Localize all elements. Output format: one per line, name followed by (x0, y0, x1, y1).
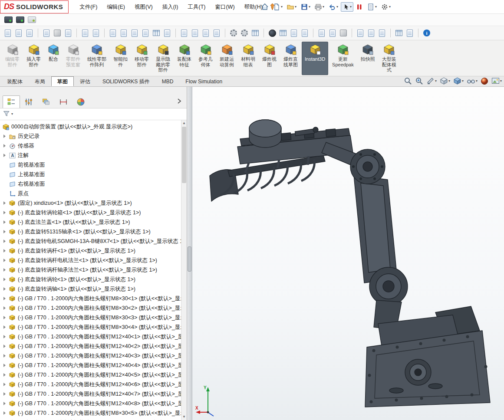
dropdown-caret-icon[interactable]: ▾ (389, 5, 391, 9)
std-tool-icon-2[interactable] (14, 28, 23, 38)
hide-show-items-icon[interactable]: ▾ (467, 78, 478, 84)
ribbon-update-speedpak-button[interactable]: 更新Speedpak (329, 42, 357, 75)
save-icon[interactable]: ▾ (299, 2, 312, 12)
tree-item[interactable]: (-) GB / T70 . 1-2000内六角圆柱头螺钉M12×40<5> (… (0, 370, 181, 380)
ribbon-exploded-view-button[interactable]: 爆炸视图 (259, 42, 280, 75)
tree-item[interactable]: (-) 底盘旋转涡轮箱<1> (默认<<默认>_显示状态 1>) (0, 208, 181, 217)
select-arrow-icon[interactable]: ▾ (341, 2, 353, 12)
expand-arrow[interactable] (3, 325, 9, 329)
tree-root-item[interactable]: 0000自动卸货装置 (默认<<默认>_外观 显示状态>) (0, 122, 181, 131)
expand-arrow[interactable] (3, 392, 9, 396)
dropdown-caret-icon[interactable]: ▾ (462, 79, 464, 83)
expand-arrow[interactable] (3, 411, 9, 415)
apply-scene-icon[interactable]: ▾ (491, 77, 502, 85)
menu-insert[interactable]: 插入(I) (158, 0, 183, 13)
std-tool-icon-6[interactable] (64, 28, 72, 38)
panel-splitter[interactable] (187, 87, 192, 420)
dropdown-caret-icon[interactable]: ▾ (476, 79, 478, 83)
std-tool-icon-13[interactable] (152, 28, 161, 38)
menu-tools[interactable]: 工具(T) (183, 0, 210, 13)
expand-arrow[interactable] (3, 297, 9, 300)
std-tool-icon-12[interactable] (141, 28, 150, 38)
tree-item[interactable]: (-) 底盘旋转涡杆<1> (默认<<默认>_显示状态 1>) (0, 246, 181, 256)
tree-item[interactable]: (-) 底盘旋转涡杆电机法兰<1> (默认<<默认>_显示状态 1>) (0, 256, 181, 265)
tree-item[interactable]: (-) GB / T70 . 1-2000内六角圆柱头螺钉M8×30<3> (默… (0, 313, 181, 322)
screen-capture-icon[interactable] (4, 16, 13, 23)
scroll-up-button[interactable]: ▲ (181, 120, 187, 126)
expand-arrow[interactable] (3, 402, 9, 405)
dropdown-caret-icon[interactable]: ▾ (375, 5, 377, 9)
std-tool-icon-26[interactable] (317, 28, 326, 38)
tree-item[interactable]: (-) GB / T70 . 1-2000内六角圆柱头螺钉M12×40<1> (… (0, 332, 181, 341)
menu-window[interactable]: 窗口(W) (210, 0, 239, 13)
dropdown-caret-icon[interactable]: ▾ (323, 5, 324, 9)
dropdown-caret-icon[interactable]: ▾ (281, 5, 283, 9)
ribbon-smart-fasteners-button[interactable]: 智能扣件 (110, 42, 131, 75)
tree-item[interactable]: (-) GB / T70 . 1-2000内六角圆柱头螺钉M8×30<5> (默… (0, 408, 181, 418)
tab-sketch[interactable]: 草图 (51, 76, 74, 86)
expand-arrow[interactable] (3, 306, 9, 310)
expand-arrow[interactable] (3, 230, 9, 233)
ribbon-instant3d-button[interactable]: Instant3D (302, 42, 328, 75)
propertymanager-tab[interactable] (20, 95, 37, 108)
ribbon-explode-line-sketch-button[interactable]: 爆炸直线草图 (280, 42, 301, 75)
std-tool-icon-18[interactable] (212, 28, 221, 38)
tree-item[interactable]: (-) 底盘旋转51315轴承<1> (默认<<默认>_显示状态 1>) (0, 227, 181, 236)
ribbon-show-hidden-components-button[interactable]: 显示隐藏的零部件 (153, 42, 173, 75)
expand-arrow[interactable] (3, 154, 9, 157)
expand-arrow[interactable] (3, 135, 9, 138)
scrollbar-thumb[interactable] (182, 127, 186, 183)
tab-mbd[interactable]: MBD (156, 76, 180, 86)
dimxpertmanager-tab[interactable] (55, 95, 72, 108)
tree-item[interactable]: (固定) xindizuo<1> (默认<<默认>_显示状态 1>) (0, 198, 181, 208)
std-tool-icon-23[interactable] (279, 28, 287, 38)
expand-arrow[interactable] (3, 316, 9, 319)
ribbon-component-preview-window-button[interactable]: 零部件预览窗 (63, 42, 83, 75)
std-tool-icon-17[interactable] (201, 28, 210, 38)
file-properties-icon[interactable]: ▾ (366, 2, 378, 12)
tree-item[interactable]: (-) 底盘旋转涡轮<1> (默认<<默认>_显示状态 1>) (0, 275, 181, 284)
featuremanager-tab[interactable] (3, 95, 20, 108)
tab-assembly[interactable]: 装配体 (1, 76, 29, 86)
tree-item[interactable]: (-) GB / T70 . 1-2000内六角圆柱头螺钉M8×30<2> (默… (0, 303, 181, 313)
tree-item[interactable]: 右视基准面 (0, 179, 181, 189)
std-tool-icon-7[interactable] (81, 28, 89, 38)
tree-item[interactable]: 历史记录 (0, 131, 181, 141)
std-tool-icon-11[interactable] (130, 28, 139, 38)
expand-arrow[interactable] (3, 364, 9, 367)
std-tool-icon-1[interactable] (3, 28, 12, 38)
expand-arrow[interactable] (3, 240, 9, 243)
render-mode-icon[interactable] (268, 28, 277, 38)
std-tool-icon-15[interactable] (180, 28, 188, 38)
std-tool-icon-29[interactable] (356, 28, 365, 38)
display-style-icon[interactable]: ▾ (453, 77, 464, 85)
tree-item[interactable]: 原点 (0, 189, 181, 198)
undo-icon[interactable]: ▾ (327, 2, 339, 12)
ribbon-move-component-button[interactable]: 移动零部件 (132, 42, 152, 75)
robot-arm-model[interactable] (192, 87, 504, 419)
tree-item[interactable]: (-) 底盘旋转涡轮轴上法兰盖轴承<1> (默认<<默认>_显示状态 1>) (0, 418, 181, 420)
ribbon-edit-component-button[interactable]: 编辑零部件 (2, 42, 23, 75)
ribbon-large-assembly-mode-button[interactable]: 大型装配体模式 (379, 42, 399, 75)
record-video-icon[interactable] (16, 16, 24, 23)
ribbon-take-snapshot-button[interactable]: 拍快照 (358, 42, 378, 75)
std-tool-icon-30[interactable] (367, 28, 376, 38)
expand-arrow[interactable] (3, 373, 9, 377)
copy-view-icon[interactable] (28, 16, 36, 23)
std-tool-icon-28[interactable] (339, 28, 348, 38)
std-tool-icon-24[interactable] (290, 28, 298, 38)
scroll-down-button[interactable]: ▼ (181, 414, 187, 420)
menu-file[interactable]: 文件(F) (75, 0, 102, 13)
std-tool-icon-27[interactable] (328, 28, 337, 38)
tab-flow-simulation[interactable]: Flow Simulation (179, 76, 228, 86)
tree-item[interactable]: (-) GB / T70 . 1-2000内六角圆柱头螺钉M12×40<4> (… (0, 361, 181, 370)
std-tool-icon-4[interactable] (42, 28, 51, 38)
rebuild-icon[interactable] (355, 2, 364, 12)
std-tool-icon-31[interactable] (378, 28, 386, 38)
dropdown-caret-icon[interactable]: ▾ (295, 5, 296, 9)
tree-item[interactable]: (-) GB / T70 . 1-2000内六角圆柱头螺钉M8×30<1> (默… (0, 294, 181, 303)
tree-item[interactable]: (-) 底盘旋转涡杆轴承法兰<1> (默认<<默认>_显示状态 1>) (0, 265, 181, 275)
displaymanager-tab[interactable] (72, 95, 89, 108)
menu-edit[interactable]: 编辑(E) (102, 0, 130, 13)
std-tool-icon-19[interactable] (229, 28, 238, 38)
